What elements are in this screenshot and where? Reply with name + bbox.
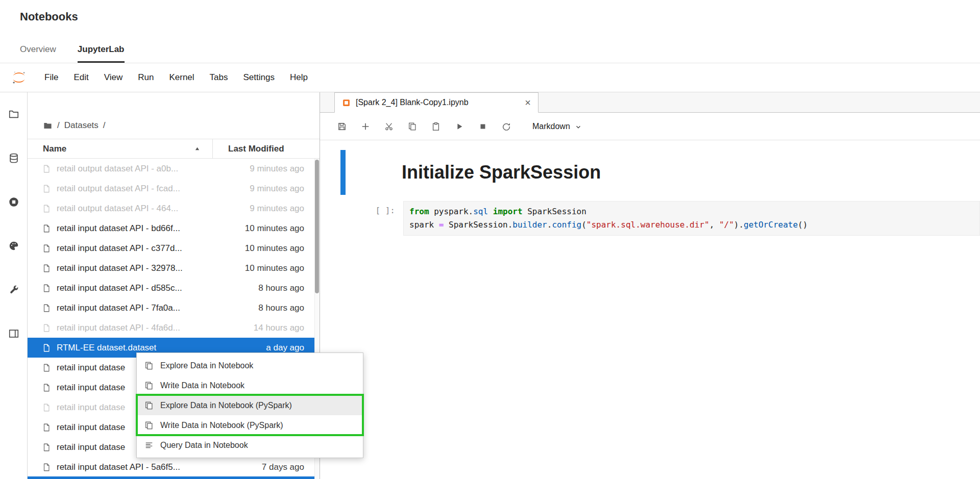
sidebar-button-tools[interactable] — [0, 268, 27, 312]
cell-collapser[interactable] — [340, 150, 346, 195]
file-icon — [42, 224, 51, 233]
file-row[interactable]: retail input dataset API - c377d...10 mi… — [28, 238, 320, 258]
file-modified: 9 minutes ago — [217, 164, 320, 174]
sort-asc-icon[interactable] — [194, 146, 200, 152]
partially-visible-selected-row[interactable] — [28, 476, 314, 479]
cell-type-dropdown[interactable]: Markdown — [532, 122, 582, 131]
file-modified: 10 minutes ago — [217, 263, 320, 273]
scrollbar-thumb[interactable] — [315, 160, 319, 293]
sidebar-button-running-sessions[interactable] — [0, 180, 27, 224]
context-menu-item[interactable]: Write Data in Notebook (PySpark) — [137, 415, 363, 435]
code-line: from pyspark.sql import SparkSession — [409, 205, 974, 218]
insert-button[interactable] — [354, 116, 377, 137]
file-icon — [42, 204, 51, 213]
sidebar-button-folder[interactable] — [0, 92, 27, 136]
copy-icon — [144, 421, 154, 430]
cut-icon — [384, 122, 394, 131]
stop-button[interactable] — [471, 116, 495, 137]
notebook-file-icon — [342, 98, 351, 107]
file-row[interactable]: retail input dataset API - 5a6f5...7 day… — [28, 457, 320, 477]
menu-tabs[interactable]: Tabs — [202, 72, 236, 83]
context-menu-item[interactable]: Query Data in Notebook — [137, 435, 363, 455]
top-level-tabs: OverviewJupyterLab — [20, 44, 125, 63]
file-name: RTML-EE dataset.dataset — [57, 343, 217, 353]
file-list-header: Name Last Modified — [28, 139, 320, 159]
markdown-cell[interactable]: Initialize SparkSession — [340, 150, 601, 195]
code-cell[interactable]: [ ]: from pyspark.sql import SparkSessio… — [320, 201, 980, 236]
restart-button[interactable] — [495, 116, 518, 137]
menu-edit[interactable]: Edit — [66, 72, 96, 83]
notebook-content: Initialize SparkSession [ ]: from pyspar… — [320, 140, 980, 479]
sidebar-button-database[interactable] — [0, 136, 27, 180]
code-editor[interactable]: from pyspark.sql import SparkSessionspar… — [403, 201, 980, 236]
open-tabs-icon — [8, 328, 19, 339]
file-row[interactable]: retail input dataset API - d585c...8 hou… — [28, 278, 320, 298]
file-icon — [42, 304, 51, 313]
file-icon — [42, 463, 51, 472]
tab-jupyterlab[interactable]: JupyterLab — [78, 44, 125, 63]
file-row[interactable]: retail input dataset API - 4fa6d...14 ho… — [28, 318, 320, 338]
file-row[interactable]: retail input dataset API - 7fa0a...8 hou… — [28, 298, 320, 318]
column-header-name[interactable]: Name — [28, 139, 212, 158]
file-row[interactable]: retail output dataset API - 464...9 minu… — [28, 198, 320, 218]
breadcrumb-item-datasets[interactable]: Datasets — [64, 120, 99, 131]
database-icon — [8, 153, 19, 164]
copy-icon — [408, 122, 417, 131]
context-menu-item-label: Explore Data in Notebook (PySpark) — [160, 401, 292, 410]
cut-button[interactable] — [377, 116, 401, 137]
column-header-modified-label: Last Modified — [228, 144, 284, 154]
notebook-tab[interactable]: [Spark 2_4] Blank-Copy1.ipynb × — [334, 92, 538, 113]
menu-view[interactable]: View — [96, 72, 131, 83]
app-header: Notebooks OverviewJupyterLab — [0, 0, 980, 63]
run-button[interactable] — [448, 116, 471, 137]
context-menu-item[interactable]: Explore Data in Notebook (PySpark) — [137, 395, 363, 415]
menu-kernel[interactable]: Kernel — [161, 72, 202, 83]
menu-file[interactable]: File — [37, 72, 66, 83]
file-icon — [42, 423, 51, 432]
copy-icon — [144, 401, 154, 410]
column-header-last-modified[interactable]: Last Modified — [212, 139, 320, 158]
sidebar-button-palette[interactable] — [0, 224, 27, 268]
copy-icon — [144, 381, 154, 390]
context-menu: Explore Data in NotebookWrite Data in No… — [136, 352, 363, 458]
save-button[interactable] — [330, 116, 354, 137]
file-modified: a day ago — [217, 343, 320, 353]
context-menu-item[interactable]: Write Data in Notebook — [137, 375, 363, 395]
paste-icon — [431, 122, 440, 131]
file-row[interactable]: retail output dataset API - a0b...9 minu… — [28, 159, 320, 179]
file-row[interactable]: retail output dataset API - fcad...9 min… — [28, 179, 320, 198]
menu-settings[interactable]: Settings — [236, 72, 282, 83]
file-name: retail input dataset API - c377d... — [57, 243, 217, 254]
file-name: retail output dataset API - fcad... — [57, 184, 217, 194]
context-menu-item[interactable]: Explore Data in Notebook — [137, 356, 363, 375]
close-icon[interactable]: × — [525, 97, 531, 108]
file-icon — [42, 184, 51, 193]
folder-icon[interactable] — [43, 121, 53, 131]
file-modified: 14 hours ago — [217, 323, 320, 333]
tab-overview[interactable]: Overview — [20, 44, 56, 63]
file-row[interactable]: retail input dataset API - bd66f...10 mi… — [28, 218, 320, 238]
menu-run[interactable]: Run — [130, 72, 161, 83]
copy-button[interactable] — [401, 116, 424, 137]
sidebar-button-open-tabs[interactable] — [0, 312, 27, 356]
paste-button[interactable] — [424, 116, 448, 137]
file-name: retail input dataset API - 32978... — [57, 263, 217, 273]
context-menu-item-label: Query Data in Notebook — [160, 441, 248, 450]
menu-help[interactable]: Help — [282, 72, 315, 83]
app-root: Notebooks OverviewJupyterLab FileEditVie… — [0, 0, 980, 479]
breadcrumb-separator: / — [57, 120, 60, 131]
cell-input-prompt: [ ]: — [320, 201, 400, 236]
file-modified: 10 minutes ago — [217, 243, 320, 254]
chevron-down-icon — [575, 123, 582, 131]
save-icon — [337, 122, 347, 131]
code-line: spark = SparkSession.builder.config("spa… — [409, 218, 974, 232]
file-row[interactable]: retail input dataset API - 32978...10 mi… — [28, 258, 320, 278]
menubar-items: FileEditViewRunKernelTabsSettingsHelp — [37, 72, 315, 83]
notebook-toolbar: Markdown — [320, 113, 980, 140]
file-name: retail output dataset API - 464... — [57, 204, 217, 214]
file-icon — [42, 443, 51, 452]
tools-icon — [8, 284, 19, 295]
file-icon — [42, 284, 51, 293]
markdown-heading: Initialize SparkSession — [402, 162, 601, 183]
copy-icon — [144, 361, 154, 370]
